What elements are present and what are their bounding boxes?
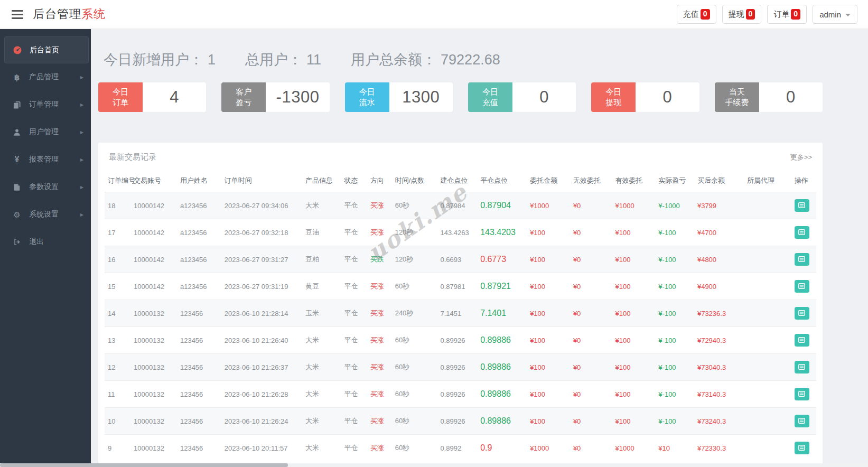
cell-profit: ¥-1000 <box>655 192 694 219</box>
cell-account: 10000132 <box>130 354 177 381</box>
stat-card: 今日充值0 <box>468 82 576 112</box>
sidebar-item-产品管理[interactable]: ฿产品管理▸ <box>0 63 91 91</box>
cell-agent <box>744 246 791 273</box>
more-link[interactable]: 更多>> <box>790 153 812 162</box>
cell-order-time: 2023-06-10 20:11:57 <box>221 435 302 462</box>
sidebar-item-label: 产品管理 <box>29 72 59 82</box>
sidebar-item-订单管理[interactable]: 订单管理▸ <box>0 91 91 118</box>
cell-order-time: 2023-06-27 09:32:18 <box>221 219 302 246</box>
cell-profit: ¥-100 <box>655 381 694 408</box>
column-header-status: 状态 <box>341 170 367 192</box>
sidebar-item-退出[interactable]: 退出 <box>0 228 91 256</box>
detail-button[interactable] <box>795 280 809 293</box>
sidebar-item-label: 用户管理 <box>29 127 59 137</box>
cell-username: a123456 <box>177 273 221 300</box>
detail-button[interactable] <box>795 334 809 347</box>
menu-toggle-icon[interactable] <box>12 10 23 19</box>
table-row: 11100001321234562023-06-10 21:26:28大米平仓买… <box>105 381 816 408</box>
sidebar-item-参数设置[interactable]: 参数设置▸ <box>0 173 91 201</box>
detail-button[interactable] <box>795 388 809 400</box>
sidebar-item-报表管理[interactable]: ¥报表管理▸ <box>0 146 91 173</box>
cell-balance-after: ¥3799 <box>694 192 744 219</box>
cell-profit: ¥-100 <box>655 408 694 435</box>
cell-direction: 买跌 <box>367 246 392 273</box>
cell-account: 10000142 <box>130 192 177 219</box>
cell-entrust-amount: ¥100 <box>527 408 570 435</box>
cell-account: 10000132 <box>130 435 177 462</box>
detail-icon <box>798 417 805 425</box>
horizontal-scrollbar[interactable] <box>0 463 868 467</box>
table-row: 10100001321234562023-06-10 21:26:24大米平仓买… <box>105 408 816 435</box>
cell-agent <box>744 354 791 381</box>
cell-agent <box>744 435 791 462</box>
scrollbar-thumb[interactable] <box>0 463 288 467</box>
user-name: admin <box>819 10 841 19</box>
cell-balance-after: ¥72940.3 <box>694 327 744 354</box>
cell-status: 平仓 <box>341 273 367 300</box>
cell-profit: ¥-100 <box>655 327 694 354</box>
cell-valid-entrust: ¥1000 <box>612 192 656 219</box>
cell-duration: 60秒 <box>392 381 437 408</box>
cell-invalid-entrust: ¥0 <box>570 300 612 327</box>
cell-close-price: 0.87904 <box>477 192 527 219</box>
cell-entrust-amount: ¥100 <box>527 246 570 273</box>
detail-icon <box>798 337 805 344</box>
cell-status: 平仓 <box>341 381 367 408</box>
cell-balance-after: ¥73236.3 <box>694 300 744 327</box>
stats-summary: 今日新增用户：1总用户：11用户总余额：79222.68 <box>104 50 868 69</box>
cell-order-time: 2023-06-10 21:26:37 <box>221 354 302 381</box>
user-menu[interactable]: admin <box>813 5 857 24</box>
detail-button[interactable] <box>795 361 809 373</box>
withdraw-button[interactable]: 提现0 <box>722 5 762 24</box>
cell-profit: ¥-100 <box>655 300 694 327</box>
cell-username: 123456 <box>177 354 221 381</box>
card-label-line: 今日 <box>359 87 375 97</box>
cell-balance-after: ¥4800 <box>694 246 744 273</box>
sidebar-item-后台首页[interactable]: 后台首页 <box>4 36 89 63</box>
column-header-invalid-entrust: 无效委托 <box>570 170 612 192</box>
cell-order-id: 13 <box>105 327 130 354</box>
cell-direction: 买涨 <box>367 408 392 435</box>
detail-button[interactable] <box>795 253 809 266</box>
logout-icon <box>12 238 22 246</box>
detail-button[interactable] <box>795 415 809 427</box>
recharge-button[interactable]: 充值0 <box>677 5 716 24</box>
cell-valid-entrust: ¥100 <box>612 327 656 354</box>
detail-icon <box>798 363 805 371</box>
table-row: 14100001321234562023-06-10 21:28:14玉米平仓买… <box>105 300 816 327</box>
cell-order-id: 15 <box>105 273 130 300</box>
summary-stat: 用户总余额：79222.68 <box>351 50 500 69</box>
cell-close-price: 143.4203 <box>477 219 527 246</box>
order-button[interactable]: 订单0 <box>767 5 807 24</box>
cell-status: 平仓 <box>341 246 367 273</box>
brand-logo[interactable]: 后台管理系统 <box>33 6 106 22</box>
card-value: 0 <box>512 82 576 112</box>
cell-status: 平仓 <box>341 354 367 381</box>
cell-agent <box>744 300 791 327</box>
cell-profit: ¥-100 <box>655 354 694 381</box>
stat-label: 总用户： <box>245 50 302 69</box>
detail-button[interactable] <box>795 226 809 239</box>
cell-valid-entrust: ¥100 <box>612 219 656 246</box>
cell-order-id: 16 <box>105 246 130 273</box>
detail-button[interactable] <box>795 199 809 212</box>
cell-order-id: 9 <box>105 435 130 462</box>
column-header-close-price: 平仓点位 <box>477 170 527 192</box>
cell-entrust-amount: ¥100 <box>527 300 570 327</box>
cell-order-time: 2023-06-10 21:26:28 <box>221 381 302 408</box>
detail-button[interactable] <box>795 307 809 320</box>
chevron-right-icon: ▸ <box>80 211 83 218</box>
table-row: 13100001321234562023-06-10 21:26:40大米平仓买… <box>105 327 816 354</box>
sidebar-item-系统设置[interactable]: ⚙系统设置▸ <box>0 201 91 228</box>
sidebar-item-用户管理[interactable]: 用户管理▸ <box>0 118 91 146</box>
cell-order-id: 14 <box>105 300 130 327</box>
card-label: 今日流水 <box>345 82 389 112</box>
cell-status: 平仓 <box>341 408 367 435</box>
cell-valid-entrust: ¥100 <box>612 354 656 381</box>
detail-button[interactable] <box>795 442 809 454</box>
brand-text-dark: 后台管理 <box>33 7 81 21</box>
stat-card: 今日流水1300 <box>345 82 453 112</box>
column-header-direction: 方向 <box>367 170 392 192</box>
cell-duration: 60秒 <box>392 435 437 462</box>
cell-agent <box>744 408 791 435</box>
